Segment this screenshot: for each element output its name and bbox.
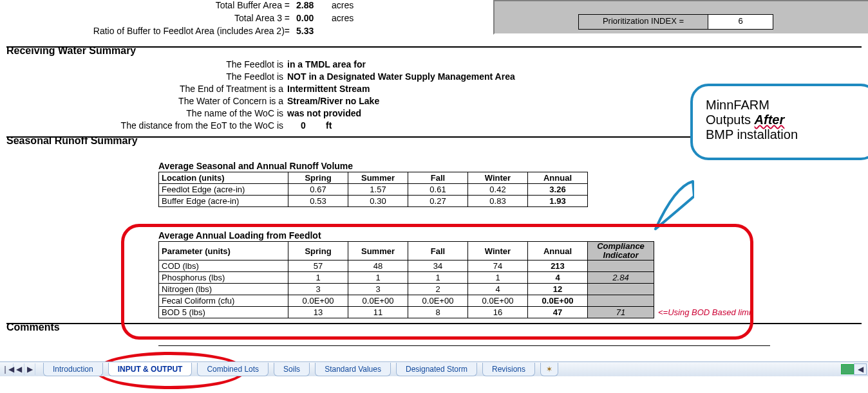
prioritization-panel: Prioritization INDEX = 6 (493, 0, 868, 35)
col-header: Fall (408, 242, 468, 260)
divider (6, 323, 862, 324)
table-row: Fecal Coliform (cfu) 0.0E+00 0.0E+00 0.0… (159, 295, 757, 307)
sheet-tab-revisions[interactable]: Revisions (482, 363, 535, 376)
sheet-tab-standard-values[interactable]: Standard Values (315, 363, 391, 376)
compliance-value (588, 284, 654, 295)
comments-input-line[interactable] (158, 345, 770, 346)
metric-label: Total Area 3 = (19, 13, 296, 23)
prioritization-label: Prioritization INDEX = (578, 14, 708, 30)
row-header: BOD 5 (lbs) (159, 307, 288, 318)
compliance-value: 71 (588, 307, 654, 318)
col-header: Spring (288, 242, 348, 260)
table-row: BOD 5 (lbs) 13 11 8 16 47 71 <=Using BOD… (159, 307, 757, 318)
rw-value: Intermittent Stream (287, 84, 370, 96)
col-header: Summer (348, 242, 408, 260)
col-header: Annual (528, 172, 588, 184)
loading-table-title: Average Annual Loading from Feedlot (158, 230, 757, 241)
loading-footnote: <=Using BOD Based limit (654, 307, 757, 318)
col-header: Annual (528, 242, 588, 260)
rw-label: The distance from the EoT to the WoC is (58, 120, 287, 133)
rw-label: The End of Treatment is a (58, 84, 287, 96)
sheet-tab-soils[interactable]: Soils (274, 363, 310, 376)
runoff-table-title: Average Seasonal and Annual Runoff Volum… (158, 161, 588, 171)
sheet-tab-introduction[interactable]: Introduction (43, 363, 103, 376)
runoff-table-wrap: Average Seasonal and Annual Runoff Volum… (158, 161, 588, 207)
metric-value: 5.33 (296, 26, 328, 36)
col-header: Winter (468, 242, 528, 260)
summary-metrics: Total Buffer Area =2.88acres Total Area … (19, 0, 380, 39)
rw-label: The Feedlot is (58, 59, 287, 71)
table-row: Phosphorus (lbs) 1 1 1 1 4 2.84 (159, 272, 757, 284)
rw-label: The Feedlot is (58, 71, 287, 84)
loading-table: Parameter (units) Spring Summer Fall Win… (158, 241, 757, 318)
sheet-tab-combined-lots[interactable]: Combined Lots (197, 363, 269, 376)
sheet-tab-input-output[interactable]: INPUT & OUTPUT (108, 363, 193, 376)
row-header: COD (lbs) (159, 260, 288, 272)
col-header: Spring (288, 172, 348, 184)
scroll-left-button[interactable]: ◀ (854, 363, 867, 375)
rw-label: The Water of Concern is a (58, 96, 287, 108)
rw-value: was not provided (287, 108, 361, 120)
col-header: Summer (348, 172, 408, 184)
rw-value: NOT in a Designated Water Supply Managem… (287, 71, 515, 84)
section-title-receiving: Receiving Water Summary (6, 45, 136, 57)
metric-label: Total Buffer Area = (19, 0, 296, 10)
runoff-table: Location (units) Spring Summer Fall Wint… (158, 172, 588, 207)
section-title-comments: Comments (6, 322, 60, 333)
table-row: COD (lbs) 57 48 34 74 213 (159, 260, 757, 272)
rw-value: in a TMDL area for (287, 59, 366, 71)
compliance-value (588, 260, 654, 272)
loading-table-wrap: Average Annual Loading from Feedlot Para… (158, 230, 757, 318)
sheet-tab-designated-storm[interactable]: Designated Storm (396, 363, 477, 376)
table-row: Buffer Edge (acre-in) 0.53 0.30 0.27 0.8… (159, 196, 588, 207)
row-header: Phosphorus (lbs) (159, 272, 288, 284)
rw-unit: ft (319, 120, 332, 133)
metric-value: 0.00 (296, 13, 328, 23)
next-sheet-button[interactable]: ▶ (24, 363, 35, 375)
row-header: Fecal Coliform (cfu) (159, 295, 288, 307)
first-sheet-button[interactable]: ❘◀ (3, 363, 14, 375)
rw-label: The name of the WoC is (58, 108, 287, 120)
row-header: Buffer Edge (acre-in) (159, 196, 288, 207)
compliance-header: Compliance Indicator (588, 242, 654, 260)
col-header: Location (units) (159, 172, 288, 184)
callout-bubble: MinnFARM Outputs After BMP installation (690, 84, 868, 160)
rw-value: 0 (287, 120, 319, 133)
col-header: Parameter (units) (159, 242, 288, 260)
row-header: Nitrogen (lbs) (159, 284, 288, 295)
table-row: Feedlot Edge (acre-in) 0.67 1.57 0.61 0.… (159, 184, 588, 196)
receiving-water-block: The Feedlot isin a TMDL area for The Fee… (58, 59, 702, 133)
callout-line: Outputs After (706, 113, 863, 127)
col-header: Fall (408, 172, 468, 184)
col-header: Winter (468, 172, 528, 184)
table-row: Nitrogen (lbs) 3 3 2 4 12 (159, 284, 757, 295)
sheet-nav-buttons: ❘◀ ◀ ▶ (0, 363, 38, 375)
metric-value: 2.88 (296, 0, 328, 10)
metric-label: Ratio of Buffer to Feedlot Area (include… (19, 26, 296, 36)
prev-sheet-button[interactable]: ◀ (14, 363, 24, 375)
tab-split-handle[interactable] (841, 364, 854, 374)
section-title-seasonal: Seasonal Runoff Summary (6, 135, 138, 147)
compliance-value: 2.84 (588, 272, 654, 284)
metric-unit: acres (328, 13, 370, 23)
prioritization-value: 6 (708, 14, 773, 30)
callout-line: MinnFARM (706, 98, 863, 113)
row-header: Feedlot Edge (acre-in) (159, 184, 288, 196)
rw-value: Stream/River no Lake (287, 96, 379, 108)
callout-tail-icon (649, 180, 694, 232)
metric-unit: acres (328, 0, 370, 10)
sheet-tab-bar: ❘◀ ◀ ▶ Introduction INPUT & OUTPUT Combi… (0, 361, 868, 376)
callout-line: BMP installation (706, 127, 863, 142)
new-sheet-button[interactable]: ✶ (540, 363, 558, 376)
compliance-value (588, 295, 654, 307)
